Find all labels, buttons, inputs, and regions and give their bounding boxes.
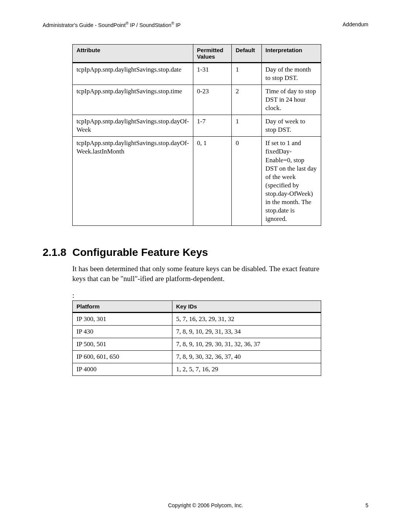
header-left-mid: IP / SoundStation bbox=[129, 22, 172, 28]
th-attribute: Attribute bbox=[73, 44, 193, 62]
th-keyids: Key IDs bbox=[172, 300, 321, 312]
page-header: Administrator's Guide - SoundPoint® IP /… bbox=[43, 21, 368, 28]
table-row: tcpIpApp.sntp.daylightSavings.stop.date … bbox=[73, 62, 321, 85]
table-row: IP 430 7, 8, 9, 10, 29, 31, 33, 34 bbox=[73, 325, 321, 338]
section-number: 2.1.8 bbox=[43, 246, 66, 259]
table-header-row: Platform Key IDs bbox=[73, 300, 321, 312]
cell-permitted: 0, 1 bbox=[193, 137, 232, 226]
table-row: IP 500, 501 7, 8, 9, 10, 29, 30, 31, 32,… bbox=[73, 338, 321, 350]
cell-platform: IP 4000 bbox=[73, 363, 172, 375]
cell-keyids: 7, 8, 9, 10, 29, 31, 33, 34 bbox=[172, 325, 321, 338]
cell-keyids: 5, 7, 16, 23, 29, 31, 32 bbox=[172, 312, 321, 325]
cell-permitted: 1-31 bbox=[193, 62, 232, 85]
cell-interpretation: Day of week to stop DST. bbox=[261, 115, 321, 137]
cell-platform: IP 300, 301 bbox=[73, 312, 172, 325]
table-row: IP 300, 301 5, 7, 16, 23, 29, 31, 32 bbox=[73, 312, 321, 325]
registered-mark: ® bbox=[126, 21, 128, 26]
table-row: tcpIpApp.sntp.daylightSavings.stop.time … bbox=[73, 85, 321, 115]
cell-default: 2 bbox=[232, 85, 261, 115]
header-left: Administrator's Guide - SoundPoint® IP /… bbox=[43, 21, 181, 28]
cell-attribute: tcpIpApp.sntp.daylightSavings.stop.dayOf… bbox=[73, 115, 193, 137]
cell-default: 0 bbox=[232, 137, 261, 226]
cell-permitted: 0-23 bbox=[193, 85, 232, 115]
copyright-text: Copyright © 2006 Polycom, Inc. bbox=[168, 502, 243, 508]
table-intro-colon: : bbox=[72, 291, 368, 300]
header-left-suffix: IP bbox=[174, 22, 181, 28]
cell-keyids: 1, 2, 5, 7, 16, 29 bbox=[172, 363, 321, 375]
th-default: Default bbox=[232, 44, 261, 62]
section-body: It has been determined that only some fe… bbox=[72, 264, 323, 283]
section-title: Configurable Feature Keys bbox=[72, 246, 208, 258]
cell-attribute: tcpIpApp.sntp.daylightSavings.stop.time bbox=[73, 85, 193, 115]
th-interpretation: Interpretation bbox=[261, 44, 321, 62]
cell-permitted: 1-7 bbox=[193, 115, 232, 137]
cell-keyids: 7, 8, 9, 10, 29, 30, 31, 32, 36, 37 bbox=[172, 338, 321, 350]
table-row: tcpIpApp.sntp.daylightSavings.stop.dayOf… bbox=[73, 115, 321, 137]
cell-platform: IP 500, 501 bbox=[73, 338, 172, 350]
cell-default: 1 bbox=[232, 62, 261, 85]
header-right: Addendum bbox=[342, 21, 368, 28]
cell-keyids: 7, 8, 9, 30, 32, 36, 37, 40 bbox=[172, 350, 321, 363]
section-heading: 2.1.8Configurable Feature Keys bbox=[43, 246, 368, 259]
table-header-row: Attribute Permitted Values Default Inter… bbox=[73, 44, 321, 62]
cell-interpretation: If set to 1 and fixedDay-Enable=0, stop … bbox=[261, 137, 321, 226]
cell-interpretation: Time of day to stop DST in 24 hour clock… bbox=[261, 85, 321, 115]
th-permitted: Permitted Values bbox=[193, 44, 232, 62]
platform-table: Platform Key IDs IP 300, 301 5, 7, 16, 2… bbox=[72, 300, 321, 376]
th-platform: Platform bbox=[73, 300, 172, 312]
registered-mark: ® bbox=[171, 21, 174, 26]
table-row: tcpIpApp.sntp.daylightSavings.stop.dayOf… bbox=[73, 137, 321, 226]
page-footer: Copyright © 2006 Polycom, Inc. 5 bbox=[43, 502, 368, 508]
table-row: IP 600, 601, 650 7, 8, 9, 30, 32, 36, 37… bbox=[73, 350, 321, 363]
cell-attribute: tcpIpApp.sntp.daylightSavings.stop.date bbox=[73, 62, 193, 85]
cell-platform: IP 600, 601, 650 bbox=[73, 350, 172, 363]
header-left-prefix: Administrator's Guide - SoundPoint bbox=[43, 22, 126, 28]
cell-attribute: tcpIpApp.sntp.daylightSavings.stop.dayOf… bbox=[73, 137, 193, 226]
cell-default: 1 bbox=[232, 115, 261, 137]
attribute-table: Attribute Permitted Values Default Inter… bbox=[72, 44, 321, 226]
cell-interpretation: Day of the month to stop DST. bbox=[261, 62, 321, 85]
platform-table-wrap: Platform Key IDs IP 300, 301 5, 7, 16, 2… bbox=[72, 300, 368, 376]
table-row: IP 4000 1, 2, 5, 7, 16, 29 bbox=[73, 363, 321, 375]
page-number: 5 bbox=[365, 502, 368, 508]
cell-platform: IP 430 bbox=[73, 325, 172, 338]
attribute-table-wrap: Attribute Permitted Values Default Inter… bbox=[72, 44, 368, 226]
